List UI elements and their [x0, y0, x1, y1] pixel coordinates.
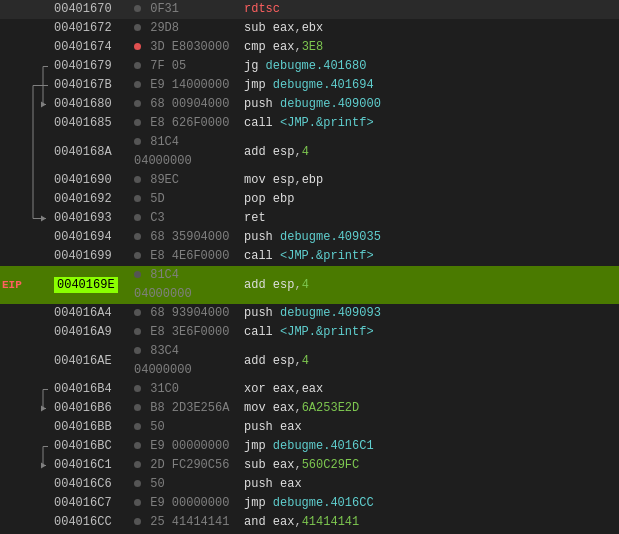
- address-cell[interactable]: 004016C1: [50, 456, 130, 475]
- instruction-cell: ret: [240, 209, 619, 228]
- address-cell[interactable]: 00401674: [50, 38, 130, 57]
- table-row[interactable]: 004016A4 68 93904000push debugme.409093: [0, 304, 619, 323]
- bytes-cell: 83C4 04000000: [130, 342, 240, 380]
- no-breakpoint-dot: [134, 442, 141, 449]
- table-row[interactable]: 004016A9 E8 3E6F0000call <JMP.&printf>: [0, 323, 619, 342]
- arrow-cell: [0, 190, 50, 209]
- table-row[interactable]: 00401690 89ECmov esp,ebp: [0, 171, 619, 190]
- bytes-cell: 68 35904000: [130, 228, 240, 247]
- arrow-cell: [0, 380, 50, 399]
- instruction-cell: call <JMP.&printf>: [240, 247, 619, 266]
- address-cell[interactable]: 004016A4: [50, 304, 130, 323]
- arrow-cell: [0, 171, 50, 190]
- address-cell[interactable]: 004016BC: [50, 437, 130, 456]
- address-cell[interactable]: 00401692: [50, 190, 130, 209]
- address-cell[interactable]: 004016AE: [50, 342, 130, 380]
- table-row[interactable]: 00401679 7F 05jg debugme.401680: [0, 57, 619, 76]
- arrow-cell: [0, 399, 50, 418]
- address-cell[interactable]: 00401694: [50, 228, 130, 247]
- table-row[interactable]: 00401699 E8 4E6F0000call <JMP.&printf>: [0, 247, 619, 266]
- address-cell[interactable]: 0040167B: [50, 76, 130, 95]
- instruction-cell: push eax: [240, 418, 619, 437]
- arrow-cell: [0, 209, 50, 228]
- bytes-cell: E9 00000000: [130, 437, 240, 456]
- no-breakpoint-dot: [134, 385, 141, 392]
- table-row[interactable]: 004016C1 2D FC290C56sub eax,560C29FC: [0, 456, 619, 475]
- no-breakpoint-dot: [134, 24, 141, 31]
- table-row[interactable]: 00401674 3D E8030000cmp eax,3E8: [0, 38, 619, 57]
- address-cell[interactable]: 004016B4: [50, 380, 130, 399]
- instruction-cell: call <JMP.&printf>: [240, 323, 619, 342]
- bytes-cell: E9 14000000: [130, 76, 240, 95]
- table-row[interactable]: 004016CC 25 41414141and eax,41414141: [0, 513, 619, 532]
- address-cell[interactable]: 004016BB: [50, 418, 130, 437]
- no-breakpoint-dot: [134, 499, 141, 506]
- bytes-cell: 89EC: [130, 171, 240, 190]
- arrow-cell: [0, 19, 50, 38]
- no-breakpoint-dot: [134, 100, 141, 107]
- table-row[interactable]: 004016BC E9 00000000jmp debugme.4016C1: [0, 437, 619, 456]
- bytes-cell: C3: [130, 209, 240, 228]
- no-breakpoint-dot: [134, 347, 141, 354]
- bytes-cell: E8 626F0000: [130, 114, 240, 133]
- address-cell[interactable]: 00401679: [50, 57, 130, 76]
- address-cell[interactable]: 00401693: [50, 209, 130, 228]
- arrow-cell: [0, 247, 50, 266]
- bytes-cell: 5D: [130, 190, 240, 209]
- instruction-cell: call <JMP.&printf>: [240, 114, 619, 133]
- arrow-cell: [0, 76, 50, 95]
- table-row[interactable]: 0040167B E9 14000000jmp debugme.401694: [0, 76, 619, 95]
- no-breakpoint-dot: [134, 176, 141, 183]
- no-breakpoint-dot: [134, 138, 141, 145]
- table-row[interactable]: 00401694 68 35904000push debugme.409035: [0, 228, 619, 247]
- instruction-cell: jg debugme.401680: [240, 57, 619, 76]
- address-cell[interactable]: 00401685: [50, 114, 130, 133]
- no-breakpoint-dot: [134, 518, 141, 525]
- table-row[interactable]: 004016B6 B8 2D3E256Amov eax,6A253E2D: [0, 399, 619, 418]
- table-row[interactable]: EIP0040169E 81C4 04000000add esp,4: [0, 266, 619, 304]
- instruction-cell: push debugme.409000: [240, 95, 619, 114]
- instruction-cell: pop ebp: [240, 190, 619, 209]
- table-row[interactable]: 004016C7 E9 00000000jmp debugme.4016CC: [0, 494, 619, 513]
- breakpoint-dot[interactable]: [134, 43, 141, 50]
- instruction-cell: xor eax,eax: [240, 380, 619, 399]
- no-breakpoint-dot: [134, 461, 141, 468]
- no-breakpoint-dot: [134, 214, 141, 221]
- address-cell[interactable]: 00401670: [50, 0, 130, 19]
- address-cell[interactable]: 004016A9: [50, 323, 130, 342]
- address-cell[interactable]: 004016B6: [50, 399, 130, 418]
- bytes-cell: E9 00000000: [130, 494, 240, 513]
- address-cell[interactable]: 00401699: [50, 247, 130, 266]
- no-breakpoint-dot: [134, 309, 141, 316]
- disassembler-view: 00401670 0F31rdtsc00401672 29D8sub eax,e…: [0, 0, 619, 534]
- address-cell[interactable]: 00401672: [50, 19, 130, 38]
- table-row[interactable]: 00401672 29D8sub eax,ebx: [0, 19, 619, 38]
- address-cell[interactable]: 004016CC: [50, 513, 130, 532]
- address-cell[interactable]: 004016C7: [50, 494, 130, 513]
- address-cell[interactable]: 004016C6: [50, 475, 130, 494]
- bytes-cell: 50: [130, 475, 240, 494]
- no-breakpoint-dot: [134, 328, 141, 335]
- table-row[interactable]: 00401693 C3ret: [0, 209, 619, 228]
- address-cell[interactable]: 0040169E: [50, 266, 130, 304]
- table-row[interactable]: 004016C6 50push eax: [0, 475, 619, 494]
- address-cell[interactable]: 00401680: [50, 95, 130, 114]
- table-row[interactable]: 00401685 E8 626F0000call <JMP.&printf>: [0, 114, 619, 133]
- bytes-cell: E8 3E6F0000: [130, 323, 240, 342]
- bytes-cell: E8 4E6F0000: [130, 247, 240, 266]
- address-cell[interactable]: 0040168A: [50, 133, 130, 171]
- no-breakpoint-dot: [134, 404, 141, 411]
- no-breakpoint-dot: [134, 62, 141, 69]
- bytes-cell: 68 93904000: [130, 304, 240, 323]
- table-row[interactable]: 004016B4 31C0xor eax,eax: [0, 380, 619, 399]
- instruction-cell: add esp,4: [240, 266, 619, 304]
- table-row[interactable]: 004016AE 83C4 04000000add esp,4: [0, 342, 619, 380]
- address-cell[interactable]: 00401690: [50, 171, 130, 190]
- table-row[interactable]: 00401680 68 00904000push debugme.409000: [0, 95, 619, 114]
- table-row[interactable]: 00401670 0F31rdtsc: [0, 0, 619, 19]
- table-row[interactable]: 0040168A 81C4 04000000add esp,4: [0, 133, 619, 171]
- bytes-cell: B8 2D3E256A: [130, 399, 240, 418]
- arrow-cell: [0, 513, 50, 532]
- table-row[interactable]: 004016BB 50push eax: [0, 418, 619, 437]
- table-row[interactable]: 00401692 5Dpop ebp: [0, 190, 619, 209]
